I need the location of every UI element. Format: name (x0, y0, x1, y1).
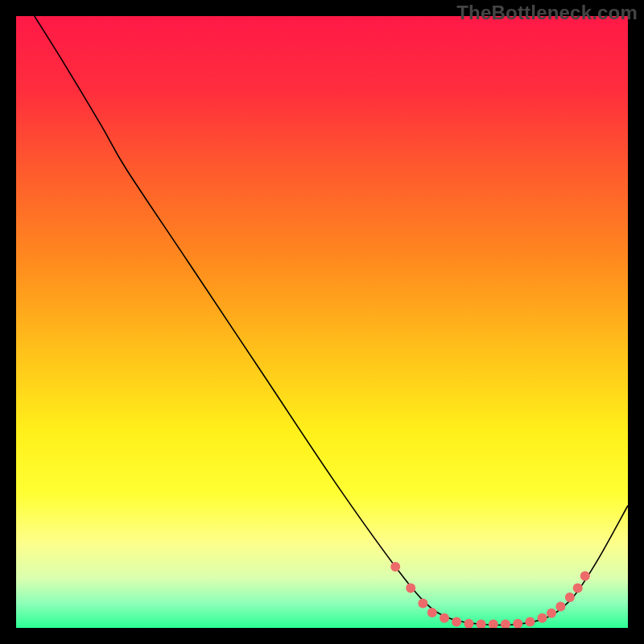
chart-frame: TheBottleneck.com (0, 0, 644, 644)
highlight-marker (565, 592, 575, 602)
highlight-marker (427, 608, 437, 617)
highlight-marker (573, 584, 583, 593)
highlight-marker (580, 571, 590, 580)
highlight-marker (525, 617, 535, 626)
plot-area (16, 16, 628, 628)
highlight-marker (538, 613, 547, 623)
highlight-marker (452, 617, 461, 626)
highlight-marker (440, 613, 449, 623)
highlight-marker (547, 609, 556, 618)
highlight-marker (390, 562, 400, 572)
chart-background (16, 16, 628, 628)
highlight-marker (555, 601, 565, 611)
highlight-marker (418, 599, 427, 609)
chart-svg (16, 16, 628, 628)
watermark-label: TheBottleneck.com (456, 2, 638, 24)
highlight-marker (406, 584, 415, 593)
